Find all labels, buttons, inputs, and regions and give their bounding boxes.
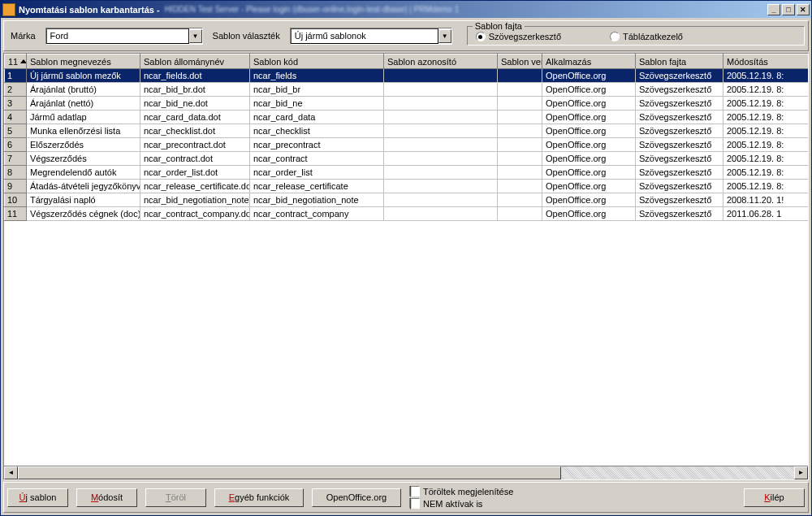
horizontal-scrollbar[interactable]: ◄ ►	[4, 466, 808, 479]
cell-filename: ncar_fields.dot	[140, 69, 250, 83]
table-row[interactable]: 7Végszerződésncar_contract.dotncar_contr…	[5, 152, 809, 166]
scroll-track[interactable]	[18, 466, 794, 479]
column-header[interactable]: Sablon kód	[250, 54, 384, 69]
column-header[interactable]: Módosítás	[723, 54, 809, 69]
cell-code: ncar_card_data	[250, 111, 384, 124]
radio-text-editor[interactable]: Szövegszerkesztő	[476, 32, 561, 41]
cell-kind: Szövegszerkesztő	[636, 193, 723, 207]
cell-code: ncar_bid_br	[250, 83, 384, 97]
openoffice-button[interactable]: OpenOffice.org	[312, 488, 401, 507]
table-row[interactable]: 5Munka ellenőrzési listancar_checklist.d…	[5, 124, 809, 138]
scroll-thumb[interactable]	[18, 466, 561, 479]
table-row[interactable]: 1Új jármű sablon mezőkncar_fields.dotnca…	[5, 69, 809, 83]
footer-toolbar: Új sablon Módosít Töröl Egyéb funkciók O…	[3, 482, 809, 513]
table-row[interactable]: 6Előszerződésncar_precontract.dotncar_pr…	[5, 138, 809, 152]
cell-kind: Szövegszerkesztő	[636, 97, 723, 111]
cell-code: ncar_release_certificate	[250, 180, 384, 193]
cell-version	[498, 69, 542, 83]
template-kind-group: Sablon fajta Szövegszerkesztő Táblázatke…	[467, 26, 805, 46]
cell-app: OpenOffice.org	[542, 97, 636, 111]
column-header[interactable]: Sablon verzió	[498, 54, 542, 69]
row-number: 6	[5, 138, 27, 152]
maximize-button[interactable]: □	[782, 4, 795, 15]
cell-app: OpenOffice.org	[542, 180, 636, 193]
radio-spreadsheet[interactable]: Táblázatkezelő	[610, 32, 683, 41]
cell-code: ncar_checklist	[250, 124, 384, 138]
table-row[interactable]: 2Árajánlat (bruttó)ncar_bid_br.dotncar_b…	[5, 83, 809, 97]
minimize-button[interactable]: _	[767, 4, 780, 15]
row-number: 4	[5, 111, 27, 124]
exit-button[interactable]: Kilép	[744, 488, 805, 507]
cell-id	[384, 207, 498, 221]
cell-kind: Szövegszerkesztő	[636, 138, 723, 152]
column-header[interactable]: Sablon fajta	[636, 54, 723, 69]
cell-kind: Szövegszerkesztő	[636, 69, 723, 83]
cell-version	[498, 83, 542, 97]
cell-app: OpenOffice.org	[542, 138, 636, 152]
cell-name: Árajánlat (bruttó)	[27, 83, 140, 97]
scroll-left-icon[interactable]: ◄	[4, 466, 18, 479]
modify-button[interactable]: Módosít	[76, 488, 137, 507]
cell-kind: Szövegszerkesztő	[636, 152, 723, 166]
data-grid[interactable]: 11 Sablon megnevezésSablon állománynévSa…	[4, 54, 808, 466]
column-header[interactable]: Alkalmazás	[542, 54, 636, 69]
cell-modified: 2005.12.19. 8:	[723, 69, 809, 83]
delete-button: Töröl	[145, 488, 206, 507]
cell-version	[498, 207, 542, 221]
column-header[interactable]: Sablon megnevezés	[27, 54, 140, 69]
cell-code: ncar_order_list	[250, 166, 384, 180]
cell-modified: 2005.12.19. 8:	[723, 180, 809, 193]
cell-id	[384, 180, 498, 193]
cell-version	[498, 97, 542, 111]
cell-modified: 2005.12.19. 8:	[723, 97, 809, 111]
row-number: 8	[5, 166, 27, 180]
close-button[interactable]: ✕	[797, 4, 810, 15]
brand-combo[interactable]: Ford ▼	[45, 28, 203, 45]
column-header[interactable]: Sablon azonosító	[384, 54, 498, 69]
column-header[interactable]: Sablon állománynév	[140, 54, 250, 69]
show-deleted-checkbox[interactable]: Töröltek megjelenítése	[409, 486, 513, 496]
selection-combo-value: Új jármű sablonok	[291, 28, 438, 44]
cell-id	[384, 83, 498, 97]
cell-version	[498, 180, 542, 193]
row-number: 11	[5, 207, 27, 221]
grid-container: 11 Sablon megnevezésSablon állománynévSa…	[3, 53, 809, 480]
client-area: Márka Ford ▼ Sablon választék Új jármű s…	[1, 18, 811, 515]
cell-id	[384, 69, 498, 83]
table-row[interactable]: 4Jármű adatlapncar_card_data.dotncar_car…	[5, 111, 809, 124]
cell-code: ncar_precontract	[250, 138, 384, 152]
cell-filename: ncar_bid_br.dot	[140, 83, 250, 97]
row-number: 1	[5, 69, 27, 83]
chevron-down-icon[interactable]: ▼	[189, 29, 202, 43]
filter-toolbar: Márka Ford ▼ Sablon választék Új jármű s…	[3, 20, 809, 51]
table-row[interactable]: 3Árajánlat (nettó)ncar_bid_ne.dotncar_bi…	[5, 97, 809, 111]
scroll-right-icon[interactable]: ►	[794, 466, 808, 479]
radio-icon	[476, 32, 486, 41]
cell-kind: Szövegszerkesztő	[636, 166, 723, 180]
show-inactive-checkbox[interactable]: NEM aktívak is	[409, 498, 513, 509]
row-number: 5	[5, 124, 27, 138]
cell-name: Árajánlat (nettó)	[27, 97, 140, 111]
table-row[interactable]: 10Tárgyalási naplóncar_bid_negotiation_n…	[5, 193, 809, 207]
new-template-button[interactable]: Új sablon	[7, 488, 68, 507]
cell-id	[384, 124, 498, 138]
table-row[interactable]: 8Megrendelendő autókncar_order_list.dotn…	[5, 166, 809, 180]
table-row[interactable]: 9Átadás-átvételi jegyzőkönyvncar_release…	[5, 180, 809, 193]
other-functions-button[interactable]: Egyéb funkciók	[214, 488, 304, 507]
cell-kind: Szövegszerkesztő	[636, 124, 723, 138]
selection-combo[interactable]: Új jármű sablonok ▼	[290, 28, 452, 45]
cell-version	[498, 111, 542, 124]
cell-filename: ncar_checklist.dot	[140, 124, 250, 138]
svg-marker-0	[20, 59, 26, 63]
cell-filename: ncar_release_certificate.dot	[140, 180, 250, 193]
cell-modified: 2005.12.19. 8:	[723, 83, 809, 97]
row-number: 9	[5, 180, 27, 193]
cell-app: OpenOffice.org	[542, 166, 636, 180]
table-row[interactable]: 11Végszerződés cégnek (doc)ncar_contract…	[5, 207, 809, 221]
chevron-down-icon[interactable]: ▼	[438, 29, 451, 43]
cell-id	[384, 193, 498, 207]
column-header[interactable]: 11	[5, 54, 27, 69]
window-title: Nyomtatási sablon karbantartás -	[19, 5, 160, 15]
cell-kind: Szövegszerkesztő	[636, 83, 723, 97]
radio-text-label: Szövegszerkesztő	[489, 32, 561, 41]
